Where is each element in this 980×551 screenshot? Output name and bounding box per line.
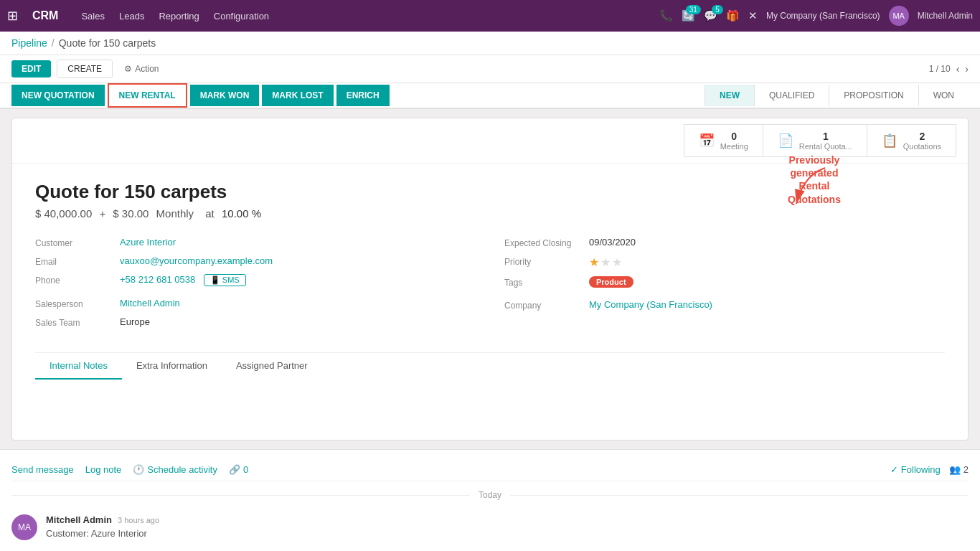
expected-closing-field: Expected Closing 09/03/2020 [504, 237, 945, 248]
check-icon: ✓ [890, 464, 898, 475]
next-button[interactable]: › [965, 63, 969, 75]
close-icon[interactable]: ✕ [748, 9, 758, 22]
form-body: Quote for 150 carpets $ 40,000.00 + $ 30… [12, 164, 968, 440]
form-subtitle: $ 40,000.00 + $ 30.00 Monthly at 10.00 % [35, 207, 945, 220]
mark-lost-button[interactable]: MARK LOST [262, 85, 333, 106]
meeting-button[interactable]: 📅 0 Meeting [684, 124, 763, 157]
clock-icon: 🕐 [133, 464, 144, 475]
top-navigation: ⊞ CRM Sales Leads Reporting Configuratio… [0, 0, 980, 32]
create-button[interactable]: CREATE [57, 60, 113, 78]
breadcrumb: Pipeline / Quote for 150 carpets [0, 32, 980, 55]
activity-icon[interactable]: 🔄 31 [682, 9, 695, 22]
form-grid: Customer Azure Interior Email vauxoo@you… [35, 237, 945, 335]
status-bar: NEW QUOTATION NEW RENTAL MARK WON MARK L… [0, 83, 980, 109]
salesperson-field: Salesperson Mitchell Admin [35, 298, 476, 309]
prev-button[interactable]: ‹ [956, 63, 960, 75]
quotations-button[interactable]: 📋 2 Quotations [867, 124, 956, 157]
form-title: Quote for 150 carpets [35, 181, 945, 203]
phone-icon[interactable]: 📞 [659, 9, 673, 22]
form-right-column: Expected Closing 09/03/2020 Priority ★ ★… [504, 237, 945, 335]
grid-icon[interactable]: ⊞ [7, 8, 18, 24]
sales-team-value: Europe [120, 316, 150, 327]
nav-item-configuration[interactable]: Configuration [214, 11, 269, 22]
tab-bar: Internal Notes Extra Information Assigne… [35, 352, 945, 380]
send-message-button[interactable]: Send message [11, 464, 74, 475]
nav-item-reporting[interactable]: Reporting [159, 11, 199, 22]
message-author: Mitchell Admin [46, 514, 112, 525]
quotations-icon: 📋 [882, 133, 897, 149]
message-time: 3 hours ago [118, 516, 159, 524]
sales-team-field: Sales Team Europe [35, 316, 476, 328]
new-quotation-button[interactable]: NEW QUOTATION [11, 85, 105, 106]
star-2[interactable]: ★ [600, 255, 611, 269]
company-value[interactable]: My Company (San Francisco) [589, 299, 712, 310]
gift-icon[interactable]: 🎁 [726, 9, 740, 22]
log-note-button[interactable]: Log note [85, 464, 122, 475]
stage-new[interactable]: NEW [705, 85, 754, 106]
priority-stars[interactable]: ★ ★ ★ [589, 255, 622, 269]
tab-assigned-partner[interactable]: Assigned Partner [222, 353, 322, 380]
edit-button[interactable]: EDIT [11, 60, 51, 77]
message-avatar: MA [11, 514, 37, 540]
customer-value[interactable]: Azure Interior [120, 237, 176, 248]
nav-item-leads[interactable]: Leads [119, 11, 144, 22]
rental-quota-button[interactable]: 📄 1 Rental Quota... [763, 124, 867, 157]
tab-extra-information[interactable]: Extra Information [122, 353, 222, 380]
following-button[interactable]: ✓ Following [890, 464, 941, 475]
user-avatar[interactable]: MA [889, 6, 909, 26]
user-name: Mitchell Admin [918, 11, 973, 21]
main-content: 📅 0 Meeting 📄 1 Rental Quota... 📋 [0, 109, 980, 449]
priority-field: Priority ★ ★ ★ [504, 255, 945, 269]
tags-field: Tags Product [504, 276, 945, 288]
phone-value[interactable]: +58 212 681 0538 [120, 274, 195, 285]
monthly-label: Monthly [156, 207, 194, 220]
customer-field: Customer Azure Interior [35, 237, 476, 248]
today-divider: Today [11, 490, 969, 500]
stage-won[interactable]: WON [918, 85, 969, 106]
rental-icon: 📄 [778, 133, 793, 149]
mark-won-button[interactable]: MARK WON [190, 85, 260, 106]
email-value[interactable]: vauxoo@yourcompany.example.com [120, 255, 273, 266]
star-1[interactable]: ★ [589, 255, 599, 269]
chatter-right: ✓ Following 👥 2 [890, 464, 969, 475]
calendar-icon: 📅 [699, 133, 715, 149]
stage-bar: NEW QUALIFIED PROPOSITION WON [392, 85, 969, 106]
star-3[interactable]: ★ [612, 255, 622, 269]
smart-buttons: 📅 0 Meeting 📄 1 Rental Quota... 📋 [12, 118, 968, 164]
company-name: My Company (San Francisco) [766, 11, 880, 21]
breadcrumb-pipeline[interactable]: Pipeline [11, 37, 47, 49]
sms-button[interactable]: 📱 SMS [204, 274, 246, 286]
new-rental-button[interactable]: NEW RENTAL [108, 83, 187, 108]
breadcrumb-separator: / [52, 37, 55, 49]
app-name: CRM [32, 9, 58, 22]
tag-button[interactable]: 🔗 0 [229, 464, 248, 475]
nav-right: 📞 🔄 31 💬 5 🎁 ✕ My Company (San Francisco… [659, 6, 973, 26]
stage-proposition[interactable]: PROPOSITION [829, 85, 918, 106]
gear-icon: ⚙ [124, 64, 132, 74]
breadcrumb-current: Quote for 150 carpets [59, 37, 156, 49]
salesperson-value[interactable]: Mitchell Admin [120, 298, 180, 309]
tab-content [35, 380, 945, 423]
pagination: 1 / 10 ‹ › [929, 63, 969, 75]
activity-badge: 31 [686, 5, 701, 14]
company-field: Company My Company (San Francisco) [504, 299, 945, 311]
action-button[interactable]: ⚙ Action [124, 64, 159, 74]
followers-icon: 👥 [949, 464, 961, 475]
product-tag[interactable]: Product [589, 276, 633, 288]
enrich-button[interactable]: ENRICH [336, 85, 390, 106]
form-left-column: Customer Azure Interior Email vauxoo@you… [35, 237, 476, 335]
stage-qualified[interactable]: QUALIFIED [754, 85, 829, 106]
message-body: Customer: Azure Interior [46, 528, 969, 539]
percent-value: 10.00 % [222, 207, 261, 220]
chatter-actions: Send message Log note 🕐 Schedule activit… [11, 458, 969, 481]
action-bar: EDIT CREATE ⚙ Action 1 / 10 ‹ › [0, 55, 980, 83]
message-item: MA Mitchell Admin 3 hours ago Customer: … [11, 509, 969, 546]
message-icon[interactable]: 💬 5 [704, 9, 717, 22]
email-field: Email vauxoo@yourcompany.example.com [35, 255, 476, 267]
tab-internal-notes[interactable]: Internal Notes [35, 353, 122, 380]
schedule-activity-button[interactable]: 🕐 Schedule activity [133, 464, 217, 475]
nav-links: Sales Leads Reporting Configuration [81, 11, 647, 22]
form-card: 📅 0 Meeting 📄 1 Rental Quota... 📋 [11, 118, 969, 441]
phone-field: Phone +58 212 681 0538 📱 SMS [35, 274, 476, 286]
nav-item-sales[interactable]: Sales [81, 11, 105, 22]
